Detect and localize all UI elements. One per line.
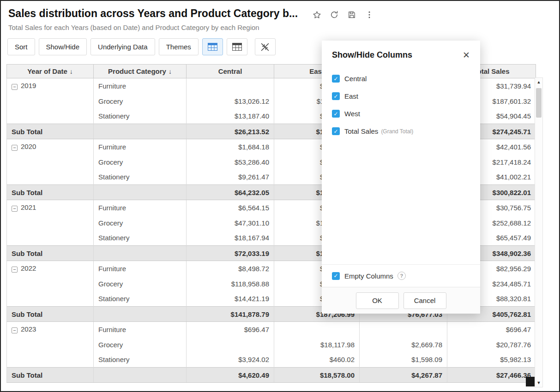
- toolbar-button-themes[interactable]: Themes: [159, 38, 199, 55]
- subtotal-value-cell-west: $4,267.87: [360, 368, 447, 383]
- value-cell-central: $9,261.47: [187, 170, 274, 185]
- checkbox-checked[interactable]: ✓: [332, 127, 340, 135]
- collapse-all-button[interactable]: [255, 38, 276, 55]
- category-cell: Furniture: [94, 139, 187, 154]
- column-toggle-item-east[interactable]: ✓East: [332, 92, 470, 100]
- subtotal-empty-cell: [94, 185, 187, 200]
- category-cell: Stationery: [94, 170, 187, 185]
- subtotal-value-cell-central: $64,232.05: [187, 185, 274, 200]
- category-cell: Grocery: [94, 154, 187, 170]
- collapse-group-icon[interactable]: −: [12, 206, 18, 212]
- category-cell: Grocery: [94, 215, 187, 231]
- value-cell-central: [187, 78, 274, 94]
- check-icon: ✓: [333, 111, 338, 117]
- year-cell: −2019: [7, 78, 94, 124]
- subtotal-value-cell-central: $72,033.19: [187, 246, 274, 261]
- help-icon[interactable]: ?: [397, 272, 406, 280]
- column-header-central[interactable]: Central: [187, 65, 274, 78]
- save-icon[interactable]: [347, 9, 357, 20]
- column-header-product-category[interactable]: Product Category↓: [94, 65, 187, 78]
- more-options-icon[interactable]: [364, 9, 374, 20]
- category-cell: Stationery: [94, 291, 187, 307]
- toolbar-button-show-hide[interactable]: Show/Hide: [39, 38, 87, 55]
- checkbox-checked[interactable]: ✓: [332, 75, 340, 83]
- column-header-year-of-date[interactable]: Year of Date↓: [7, 65, 94, 78]
- year-label: 2019: [21, 82, 36, 89]
- refresh-icon[interactable]: [329, 9, 339, 20]
- dialog-spacer: [322, 145, 480, 264]
- scroll-up-icon[interactable]: ▲: [535, 80, 542, 84]
- category-cell: Grocery: [94, 337, 187, 352]
- empty-columns-checkbox[interactable]: ✓: [332, 272, 340, 280]
- scrollbar-thumb[interactable]: [536, 88, 542, 118]
- value-cell-central: $696.47: [187, 322, 274, 337]
- subtotal-empty-cell: [94, 246, 187, 261]
- pivot-view-button[interactable]: [202, 38, 223, 55]
- toolbar-button-sort[interactable]: Sort: [7, 38, 35, 55]
- dialog-footer: OK Cancel: [322, 287, 480, 314]
- ok-button[interactable]: OK: [356, 292, 399, 309]
- toolbar-button-underlying-data[interactable]: Underlying Data: [90, 38, 155, 55]
- value-cell-central: $18,167.94: [187, 231, 274, 246]
- value-cell-central: $53,286.40: [187, 154, 274, 170]
- value-cell-central: [187, 337, 274, 352]
- value-cell-total: $5,982.13: [447, 352, 536, 368]
- year-label: 2021: [21, 203, 36, 211]
- value-cell-central: $3,924.02: [187, 352, 274, 368]
- year-cell: −2023: [7, 322, 94, 368]
- table-row: −2023Furniture$696.47$696.47: [7, 322, 536, 337]
- subtotal-row: Sub Total$4,620.49$18,578.00$4,267.87$27…: [7, 368, 536, 383]
- subtotal-empty-cell: [94, 368, 187, 383]
- cancel-button[interactable]: Cancel: [403, 292, 446, 309]
- favorite-star-icon[interactable]: [312, 9, 322, 20]
- subtotal-value-cell-central: $141,878.79: [187, 307, 274, 322]
- checkbox-checked[interactable]: ✓: [332, 110, 340, 118]
- value-cell-west: $2,669.78: [360, 337, 447, 352]
- category-cell: Furniture: [94, 261, 187, 276]
- column-toggle-item-central[interactable]: ✓Central: [332, 75, 470, 83]
- value-cell-central: $13,026.12: [187, 94, 274, 109]
- report-window: Sales distribution across Years and Prod…: [0, 0, 560, 392]
- subtotal-label-cell: Sub Total: [7, 185, 94, 200]
- category-cell: Furniture: [94, 78, 187, 94]
- check-icon: ✓: [333, 273, 338, 279]
- close-icon[interactable]: ✕: [463, 51, 470, 59]
- value-cell-central: $1,684.18: [187, 139, 274, 154]
- subtotal-value-cell-central: $26,213.52: [187, 124, 274, 139]
- collapse-icon: [260, 42, 270, 52]
- column-toggle-label: West: [344, 110, 360, 118]
- column-toggle-item-west[interactable]: ✓West: [332, 110, 470, 118]
- empty-columns-label: Empty Columns: [344, 272, 393, 280]
- subtotal-label-cell: Sub Total: [7, 368, 94, 383]
- tabular-table-icon: [232, 43, 242, 51]
- value-cell-east: [274, 322, 360, 337]
- subtotal-value-cell-central: $4,620.49: [187, 368, 274, 383]
- report-header: Sales distribution across Years and Prod…: [1, 1, 559, 20]
- category-cell: Stationery: [94, 231, 187, 246]
- subtotal-label-cell: Sub Total: [7, 307, 94, 322]
- collapse-group-icon[interactable]: −: [12, 327, 18, 333]
- category-cell: Grocery: [94, 94, 187, 109]
- value-cell-central: $14,421.19: [187, 291, 274, 307]
- value-cell-central: $6,564.15: [187, 200, 274, 215]
- subtotal-value-cell-east: $18,578.00: [274, 368, 360, 383]
- collapse-group-icon[interactable]: −: [12, 145, 18, 151]
- column-toggle-note: (Grand Total): [381, 128, 413, 135]
- year-label: 2023: [21, 325, 36, 333]
- category-cell: Grocery: [94, 276, 187, 291]
- category-cell: Furniture: [94, 322, 187, 337]
- checkbox-checked[interactable]: ✓: [332, 92, 340, 100]
- show-hide-columns-dialog: Show/Hide Columns ✕ ✓Central✓East✓West✓T…: [322, 41, 480, 314]
- page-title: Sales distribution across Years and Prod…: [8, 7, 298, 20]
- tabular-view-button[interactable]: [227, 38, 247, 55]
- column-toggle-item-total-sales[interactable]: ✓Total Sales(Grand Total): [332, 127, 470, 135]
- value-cell-west: $1,598.09: [360, 352, 447, 368]
- collapse-group-icon[interactable]: −: [12, 267, 18, 273]
- empty-columns-row: ✓ Empty Columns ?: [322, 264, 480, 287]
- scroll-down-icon[interactable]: ▼: [535, 380, 542, 385]
- category-cell: Stationery: [94, 109, 187, 124]
- collapse-group-icon[interactable]: −: [12, 84, 18, 90]
- subtotal-label-cell: Sub Total: [7, 124, 94, 139]
- vertical-scrollbar[interactable]: ▲ ▼: [535, 77, 543, 387]
- year-cell: −2021: [7, 200, 94, 246]
